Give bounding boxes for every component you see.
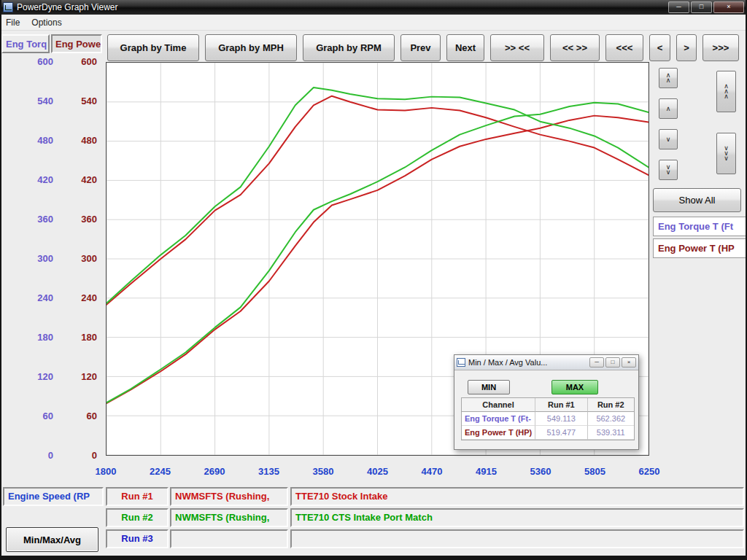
minmax-window-icon	[457, 358, 465, 367]
x-tick-label: 2690	[204, 466, 225, 477]
scale-down-button[interactable]: ∨ ∨ ∨	[716, 133, 736, 174]
scroll-left-button[interactable]: <	[649, 34, 670, 61]
run2-operator: NWMSFTS (Rushing,	[175, 512, 269, 523]
run2-label-box[interactable]: Run #2	[106, 508, 169, 527]
minmax-channel-label: Eng Power T (HP)	[462, 426, 535, 440]
run1-operator: NWMSFTS (Rushing,	[175, 491, 269, 502]
x-channel-label: Engine Speed (RP	[8, 491, 90, 502]
app-window: PowerDyne Graph Viewer ─ □ × File Option…	[0, 0, 747, 560]
run2-comment: TTE710 CTS Intake Port Match	[295, 512, 433, 523]
minmax-value: 539.311	[588, 426, 634, 440]
close-button[interactable]: ×	[713, 1, 744, 13]
scale-up-button[interactable]: ∧ ∧ ∧	[716, 71, 736, 112]
y-tick-label: 240	[20, 292, 53, 303]
minmax-value: 549.113	[535, 412, 587, 426]
chevron-down-icon: ∨	[724, 156, 729, 161]
y-tick-label: 0	[20, 450, 53, 461]
maximize-button[interactable]: □	[691, 1, 712, 13]
x-tick-label: 5805	[584, 466, 605, 477]
scroll-far-left-button[interactable]: <<<	[605, 34, 643, 61]
chevron-up-icon: ∧	[724, 94, 729, 99]
menu-bar: File Options	[0, 15, 747, 31]
minmax-col-channel[interactable]: Channel	[462, 398, 535, 412]
min-button[interactable]: MIN	[468, 380, 510, 394]
y-tick-label: 420	[64, 174, 97, 185]
y-tick-label: 120	[64, 371, 97, 382]
pan-up-button[interactable]: ∧	[659, 98, 678, 119]
show-all-button[interactable]: Show All	[653, 188, 741, 212]
pan-down-fast-button[interactable]: ∨ ∨	[659, 160, 678, 180]
pan-up-fast-button[interactable]: ∧ ∧	[659, 68, 678, 88]
minmax-window: Min / Max / Avg Valu... ─ □ × MIN MAX Ch…	[454, 354, 639, 450]
chevron-up-icon: ∧	[666, 106, 671, 112]
zoom-in-button[interactable]: >> <<	[490, 34, 544, 61]
chevron-down-icon: ∨	[666, 170, 671, 175]
window-frame	[0, 0, 1, 560]
minmax-title-bar[interactable]: Min / Max / Avg Valu... ─ □ ×	[454, 355, 638, 370]
run1-operator-box: NWMSFTS (Rushing,	[170, 487, 288, 506]
x-axis: 1800224526903135358040254470491553605805…	[106, 466, 649, 478]
run2-label: Run #2	[121, 512, 152, 523]
scroll-far-right-button[interactable]: >>>	[703, 34, 739, 61]
run1-label: Run #1	[121, 491, 152, 502]
y-axis-power: 060120180240300360420480540600	[64, 0, 97, 560]
x-channel-box[interactable]: Engine Speed (RP	[3, 487, 104, 506]
x-tick-label: 5360	[530, 466, 551, 477]
x-tick-label: 3580	[313, 466, 334, 477]
minmax-close-button[interactable]: ×	[622, 357, 636, 368]
y-tick-label: 120	[20, 371, 53, 382]
minmax-window-title: Min / Max / Avg Valu...	[468, 358, 588, 367]
chevron-up-icon: ∧	[666, 78, 671, 83]
x-tick-label: 4915	[476, 466, 497, 477]
minmax-table: Channel Run #1 Run #2 Eng Torque T (Ft- …	[461, 397, 635, 440]
minimize-button[interactable]: ─	[668, 1, 689, 13]
minmax-restore-button[interactable]: □	[605, 357, 620, 368]
window-title: PowerDyne Graph Viewer	[17, 2, 667, 12]
toolbar: Graph by Time Graph by MPH Graph by RPM …	[107, 34, 739, 61]
window-frame	[0, 556, 747, 560]
y-tick-label: 300	[64, 253, 97, 264]
run3-operator-box	[170, 529, 288, 548]
x-tick-label: 2245	[150, 466, 171, 477]
x-tick-label: 3135	[258, 466, 279, 477]
minmax-channel-label: Eng Torque T (Ft-	[462, 412, 535, 426]
x-tick-label: 6250	[639, 466, 660, 477]
y-tick-label: 600	[20, 56, 53, 67]
minmax-col-run1[interactable]: Run #1	[535, 398, 587, 412]
run3-label-box[interactable]: Run #3	[106, 529, 169, 548]
prev-button[interactable]: Prev	[400, 34, 441, 61]
graph-by-time-button[interactable]: Graph by Time	[107, 34, 199, 61]
graph-by-mph-button[interactable]: Graph by MPH	[205, 34, 297, 61]
x-tick-label: 4470	[422, 466, 443, 477]
minmax-header-row: Channel Run #1 Run #2	[462, 398, 634, 412]
run3-comment-box	[290, 529, 744, 548]
y-tick-label: 540	[20, 96, 53, 106]
minmax-minimize-button[interactable]: ─	[589, 357, 604, 368]
minmax-value: 562.362	[588, 412, 634, 426]
run1-comment-box: TTE710 Stock Intake	[290, 487, 744, 506]
run2-comment-box: TTE710 CTS Intake Port Match	[290, 508, 744, 527]
y-tick-label: 480	[64, 135, 97, 146]
y-tick-label: 480	[20, 135, 53, 146]
pan-down-button[interactable]: ∨	[659, 129, 678, 149]
y-axis-torque: 060120180240300360420480540600	[20, 0, 53, 560]
graph-by-rpm-button[interactable]: Graph by RPM	[303, 34, 395, 61]
y-tick-label: 300	[20, 253, 53, 264]
legend-power[interactable]: Eng Power T (HP	[653, 238, 747, 258]
y-tick-label: 360	[64, 214, 97, 225]
y-tick-label: 180	[20, 332, 53, 343]
next-button[interactable]: Next	[446, 34, 484, 61]
y-tick-label: 0	[64, 450, 97, 461]
max-button[interactable]: MAX	[551, 380, 598, 394]
x-tick-label: 4025	[367, 466, 388, 477]
run1-label-box[interactable]: Run #1	[106, 487, 169, 506]
scroll-right-button[interactable]: >	[676, 34, 697, 61]
minmax-col-run2[interactable]: Run #2	[588, 398, 634, 412]
run2-operator-box: NWMSFTS (Rushing,	[170, 508, 288, 527]
legend-torque[interactable]: Eng Torque T (Ft	[653, 217, 747, 236]
run1-comment: TTE710 Stock Intake	[295, 491, 387, 502]
min-max-avg-button[interactable]: Min/Max/Avg	[6, 527, 98, 552]
y-tick-label: 60	[64, 411, 97, 421]
y-tick-label: 360	[20, 214, 53, 225]
zoom-out-button[interactable]: << >>	[550, 34, 600, 61]
